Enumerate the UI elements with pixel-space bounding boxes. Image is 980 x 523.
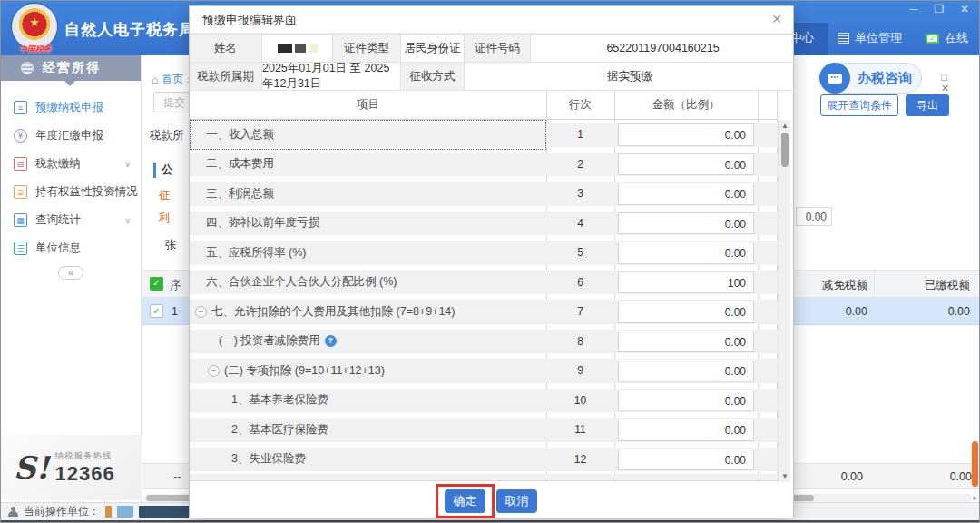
table-row: − 七、允许扣除的个人费用及其他扣除 (7=8+9+14) 7 0.00 — [190, 297, 778, 327]
dialog-close-icon[interactable]: ✕ — [771, 12, 782, 26]
line-number: 9 — [546, 356, 614, 386]
levy-fragment: 征 — [159, 188, 171, 203]
pane-window-controls[interactable]: □ ✕ — [941, 72, 980, 94]
cancel-button[interactable]: 取消 — [496, 489, 537, 513]
monitor-icon: ⊟ — [14, 157, 27, 171]
amount-input[interactable]: 0.00 — [618, 360, 754, 382]
scroll-down-icon[interactable]: ▼ — [779, 472, 791, 480]
table-row: 2、基本医疗保险费 11 0.00 — [190, 415, 778, 445]
dialog-table-header: 项目 行次 金额（比例） — [190, 90, 778, 120]
item-label: 七、允许扣除的个人费用及其他扣除 (7=8+9+14) — [211, 304, 455, 320]
minimize-button[interactable]: ─ — [906, 3, 921, 15]
profit-fragment: 利 — [159, 211, 171, 226]
hotline-face-icon: S! — [14, 454, 49, 481]
expand-query-button[interactable]: 展开查询条件 — [820, 94, 898, 116]
sidebar-item-active[interactable]: ≡ 预缴纳税申报 — [1, 94, 142, 122]
user-icon — [8, 507, 18, 517]
period-label: 税款所属期 — [190, 63, 262, 91]
sidebar-item-link[interactable]: ¥ 年度汇缴申报 — [1, 122, 142, 150]
amount-column-header: 金额（比例） — [614, 90, 758, 120]
item-label: (一) 投资者减除费用 — [219, 333, 320, 349]
restore-button[interactable]: ❐ — [932, 3, 946, 15]
line-number: 1 — [546, 120, 614, 150]
item-cell: 1、基本养老保险费 — [190, 386, 546, 416]
tax-emblem-logo: ★ — [12, 4, 57, 49]
item-label: 五、应税所得率 (%) — [206, 245, 306, 261]
hotline-caption: 纳税服务热线 — [54, 450, 114, 462]
ok-button[interactable]: 确定 — [445, 489, 485, 513]
line-number: 5 — [546, 238, 614, 268]
amount-input[interactable]: 0.00 — [618, 123, 754, 146]
amount-input[interactable]: 100 — [618, 271, 754, 294]
sidebar-item-link[interactable]: ⊟ 税款缴纳 ∨ — [1, 150, 142, 178]
sidebar-item-link[interactable]: ≣ 持有权益性投资情况 — [1, 178, 142, 206]
export-button[interactable]: 导出 — [906, 94, 949, 116]
coins-icon — [21, 62, 34, 74]
line-number: 11 — [546, 415, 614, 445]
sidebar-collapse-button[interactable]: « — [58, 266, 83, 280]
item-cell: 二、成本费用 — [190, 150, 546, 180]
current-unit-label: 当前操作单位： — [24, 504, 100, 519]
tax-period-label-fragment: 税款所 — [150, 128, 184, 143]
item-label: 二、成本费用 — [206, 156, 274, 172]
row-reduction-value: 0.00 — [795, 305, 867, 318]
row-seq: 1 — [172, 305, 178, 318]
sidebar-item-link[interactable]: ☰ 单位信息 — [1, 234, 142, 262]
redacted-block — [105, 506, 112, 518]
row-checkbox[interactable]: ✓ — [150, 304, 163, 318]
reduction-column-header: 减免税额 — [795, 278, 867, 293]
item-cell: 3、失业保险费 — [190, 445, 546, 475]
amount-input[interactable]: 0.00 — [618, 212, 754, 235]
select-all-checkbox[interactable]: ✓ — [150, 277, 163, 291]
line-number: 6 — [546, 268, 614, 298]
home-icon: ⌂ — [152, 74, 158, 86]
table-row: 四、弥补以前年度亏损 4 0.00 — [190, 209, 778, 239]
chevron-down-icon: ∨ — [124, 216, 131, 225]
table-row: 三、利润总额 3 0.00 — [190, 179, 778, 209]
chevron-down-icon: ∨ — [124, 160, 131, 169]
amount-input[interactable]: 0.00 — [618, 301, 754, 323]
nav-online-status[interactable]: ✓在线 — [926, 30, 968, 46]
text-fragment: 张 — [165, 238, 177, 253]
item-cell: (一) 投资者减除费用 ? — [190, 327, 546, 357]
amount-input[interactable]: 0.00 — [618, 242, 754, 264]
levy-method-value: 据实预缴 — [465, 63, 795, 91]
amount-input[interactable]: 0.00 — [618, 390, 754, 412]
chat-bubble-icon: ⋯ — [819, 63, 850, 94]
sidebar-menu: ≡ 预缴纳税申报 ¥ 年度汇缴申报 ⊟ 税款缴纳 ∨ ≣ 持有权益性投资情况 ▦… — [1, 94, 142, 262]
dialog-vertical-scrollbar[interactable]: ▲ ▼ — [778, 120, 790, 482]
sidebar-item-link[interactable]: ▦ 查询统计 ∨ — [1, 206, 142, 234]
amount-input[interactable]: 0.00 — [618, 183, 754, 205]
dialog-footer: 确定 取消 — [190, 482, 795, 519]
hscroll-arrow-icon[interactable]: ► — [972, 494, 979, 502]
amount-input[interactable]: 0.00 — [618, 153, 754, 176]
close-button[interactable]: ✕ — [957, 3, 972, 15]
paid-column-header: 已缴税额 — [897, 278, 970, 293]
item-cell: 五、应税所得率 (%) — [190, 238, 546, 268]
dialog-table-rows: 一、收入总额 1 0.00 二、成本费用 2 0.00 三、利润总额 3 0.0… — [190, 120, 778, 474]
amount-input[interactable]: 0.00 — [618, 449, 754, 471]
background-amount-input[interactable]: 0.00 — [796, 207, 832, 226]
amount-input[interactable]: 0.00 — [618, 331, 754, 353]
document-icon: ≣ — [14, 185, 27, 199]
vertical-scrollbar-thumb[interactable] — [972, 441, 978, 487]
collapse-icon[interactable]: − — [195, 306, 207, 318]
table-row: 五、应税所得率 (%) 5 0.00 — [190, 238, 778, 268]
line-number: 12 — [546, 445, 614, 475]
collapse-icon[interactable]: − — [208, 365, 220, 377]
stats-icon: ▦ — [14, 213, 27, 227]
item-cell: 六、合伙企业个人合伙人分配比例 (%) — [190, 268, 546, 298]
breadcrumb[interactable]: ⌂ 首页 » — [152, 72, 193, 87]
line-column-header: 行次 — [546, 90, 614, 120]
item-label: 1、基本养老保险费 — [231, 392, 328, 408]
help-icon[interactable]: ? — [325, 335, 337, 347]
amount-input[interactable]: 0.00 — [618, 419, 754, 441]
line-number: 4 — [546, 209, 614, 239]
list-icon: ☰ — [14, 242, 27, 255]
table-row: 六、合伙企业个人合伙人分配比例 (%) 6 100 — [190, 268, 778, 298]
tax-consult-button[interactable]: ⋯ 办税咨询 — [820, 63, 922, 94]
table-row: 3、失业保险费 12 0.00 — [190, 445, 778, 475]
scroll-thumb[interactable] — [781, 133, 789, 167]
nav-unit-management[interactable]: 单位管理 — [838, 30, 902, 46]
scroll-up-icon[interactable]: ▲ — [779, 122, 791, 130]
